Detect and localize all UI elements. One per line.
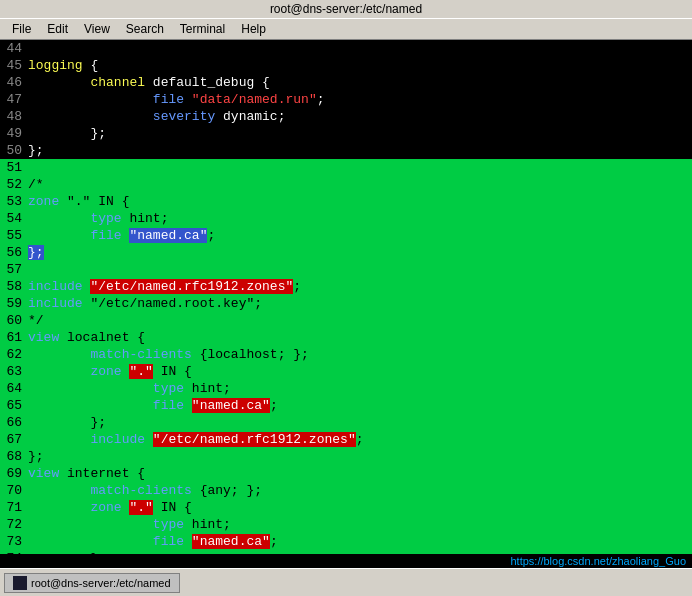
line-70: 70 match-clients {any; }; [0, 482, 692, 499]
taskbar-terminal[interactable]: root@dns-server:/etc/named [4, 573, 180, 593]
line-63: 63 zone "." IN { [0, 363, 692, 380]
line-61: 61 view localnet { [0, 329, 692, 346]
line-55: 55 file "named.ca"; [0, 227, 692, 244]
menu-terminal[interactable]: Terminal [172, 21, 233, 37]
line-48: 48 severity dynamic; [0, 108, 692, 125]
menu-file[interactable]: File [4, 21, 39, 37]
line-54: 54 type hint; [0, 210, 692, 227]
terminal: 44 45 logging { 46 channel default_debug… [0, 40, 692, 554]
line-68: 68 }; [0, 448, 692, 465]
line-64: 64 type hint; [0, 380, 692, 397]
line-49: 49 }; [0, 125, 692, 142]
line-57: 57 [0, 261, 692, 278]
line-65: 65 file "named.ca"; [0, 397, 692, 414]
menu-help[interactable]: Help [233, 21, 274, 37]
menu-edit[interactable]: Edit [39, 21, 76, 37]
title-bar: root@dns-server:/etc/named [0, 0, 692, 18]
line-52: 52 /* [0, 176, 692, 193]
line-51: 51 [0, 159, 692, 176]
line-72: 72 type hint; [0, 516, 692, 533]
line-46: 46 channel default_debug { [0, 74, 692, 91]
terminal-icon [13, 576, 27, 590]
taskbar-label: root@dns-server:/etc/named [31, 577, 171, 589]
code-area: 44 45 logging { 46 channel default_debug… [0, 40, 692, 554]
line-67: 67 include "/etc/named.rfc1912.zones"; [0, 431, 692, 448]
line-73: 73 file "named.ca"; [0, 533, 692, 550]
line-60: 60 */ [0, 312, 692, 329]
line-53: 53 zone "." IN { [0, 193, 692, 210]
window-title: root@dns-server:/etc/named [270, 2, 422, 16]
line-58: 58 include "/etc/named.rfc1912.zones"; [0, 278, 692, 295]
taskbar: root@dns-server:/etc/named [0, 568, 692, 596]
line-71: 71 zone "." IN { [0, 499, 692, 516]
url-bar: https://blog.csdn.net/zhaoliang_Guo [0, 554, 692, 568]
line-59: 59 include "/etc/named.root.key"; [0, 295, 692, 312]
line-45: 45 logging { [0, 57, 692, 74]
menu-view[interactable]: View [76, 21, 118, 37]
line-50: 50 }; [0, 142, 692, 159]
line-66: 66 }; [0, 414, 692, 431]
url-text: https://blog.csdn.net/zhaoliang_Guo [510, 555, 686, 567]
line-74: 74 }; [0, 550, 692, 554]
line-47: 47 file "data/named.run"; [0, 91, 692, 108]
line-69: 69 view internet { [0, 465, 692, 482]
menu-bar: File Edit View Search Terminal Help [0, 18, 692, 40]
line-62: 62 match-clients {localhost; }; [0, 346, 692, 363]
menu-search[interactable]: Search [118, 21, 172, 37]
line-56: 56 }; [0, 244, 692, 261]
line-44: 44 [0, 40, 692, 57]
